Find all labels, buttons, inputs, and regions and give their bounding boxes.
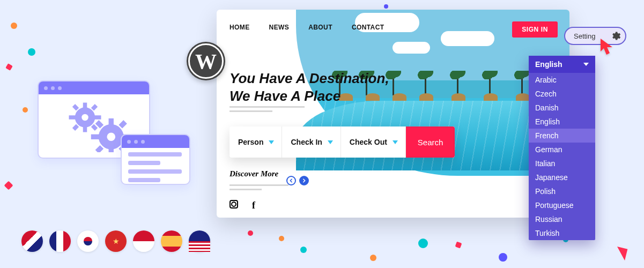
language-option-german[interactable]: German bbox=[529, 143, 595, 157]
language-option-french[interactable]: French bbox=[529, 129, 595, 143]
search-button[interactable]: Search bbox=[406, 126, 455, 158]
confetti-dot bbox=[28, 48, 35, 56]
language-option-portuguese[interactable]: Portuguese bbox=[529, 198, 595, 212]
language-option-english[interactable]: English bbox=[529, 115, 595, 129]
flag-usa-icon bbox=[189, 230, 210, 252]
decorative-window-lines bbox=[121, 134, 190, 185]
language-selected: English bbox=[535, 60, 562, 69]
language-option-russian[interactable]: Russian bbox=[529, 212, 595, 226]
language-option-czech[interactable]: Czech bbox=[529, 87, 595, 101]
svg-rect-2 bbox=[83, 103, 87, 110]
wordpress-logo-icon: W bbox=[187, 42, 225, 80]
carousel-prev-button[interactable] bbox=[286, 176, 296, 185]
nav-home[interactable]: HOME bbox=[230, 24, 250, 31]
confetti-dot bbox=[11, 23, 17, 29]
hero-headline: You Have A Destination, We Have A Place bbox=[230, 70, 389, 105]
chevron-down-icon bbox=[269, 140, 274, 144]
svg-rect-9 bbox=[72, 124, 79, 131]
hero-line2: We Have A Place bbox=[230, 87, 389, 105]
confetti-arrow bbox=[615, 247, 628, 260]
checkout-label: Check Out bbox=[350, 138, 387, 146]
language-option-italian[interactable]: Italian bbox=[529, 157, 595, 170]
confetti-dot bbox=[499, 253, 507, 262]
svg-rect-19 bbox=[95, 145, 103, 152]
chevron-down-icon bbox=[583, 63, 589, 66]
flag-uk-icon bbox=[21, 230, 43, 252]
svg-rect-14 bbox=[91, 135, 100, 139]
setting-label: Setting bbox=[574, 32, 595, 40]
flag-row bbox=[21, 230, 210, 252]
svg-rect-18 bbox=[119, 120, 127, 128]
confetti-dot bbox=[5, 63, 13, 71]
setting-button[interactable]: Setting bbox=[564, 27, 626, 45]
decorative-line bbox=[230, 106, 305, 108]
svg-rect-7 bbox=[91, 124, 98, 131]
carousel-next-button[interactable] bbox=[299, 176, 309, 185]
svg-rect-4 bbox=[69, 115, 76, 120]
instagram-icon[interactable] bbox=[230, 200, 238, 209]
confetti-dot bbox=[248, 230, 253, 236]
discover-more-label: Discover More bbox=[230, 169, 278, 178]
facebook-icon[interactable]: f bbox=[252, 200, 255, 211]
chevron-left-icon bbox=[289, 178, 293, 183]
checkout-select[interactable]: Check Out bbox=[341, 126, 406, 158]
confetti-dot bbox=[23, 107, 28, 113]
svg-rect-12 bbox=[109, 118, 114, 127]
nav-contact[interactable]: CONTACT bbox=[352, 24, 384, 31]
cursor-icon bbox=[599, 38, 616, 58]
flag-indonesia-icon bbox=[133, 230, 154, 252]
website-mockup: HOME NEWS ABOUT CONTACT SIGN IN You Have… bbox=[217, 10, 569, 218]
decorative-line bbox=[230, 184, 288, 186]
svg-point-1 bbox=[82, 114, 88, 121]
svg-rect-3 bbox=[83, 125, 87, 132]
decorative-line bbox=[230, 189, 262, 190]
confetti-dot bbox=[4, 181, 13, 190]
language-option-japanese[interactable]: Japanese bbox=[529, 170, 595, 184]
carousel-controls bbox=[286, 176, 309, 185]
hero-line1: You Have A Destination, bbox=[230, 70, 389, 87]
signin-button[interactable]: SIGN IN bbox=[512, 21, 558, 38]
confetti-dot bbox=[418, 239, 428, 248]
confetti-dot bbox=[370, 255, 376, 261]
nav-about[interactable]: ABOUT bbox=[308, 24, 332, 31]
social-icons: f bbox=[230, 200, 255, 211]
chevron-down-icon bbox=[328, 140, 333, 144]
flag-korea-icon bbox=[77, 230, 99, 252]
confetti-dot bbox=[384, 4, 388, 9]
top-nav: HOME NEWS ABOUT CONTACT bbox=[230, 24, 384, 31]
svg-rect-8 bbox=[91, 104, 98, 110]
chevron-right-icon bbox=[302, 178, 306, 183]
language-option-turkish[interactable]: Turkish bbox=[529, 226, 595, 240]
person-select[interactable]: Person bbox=[230, 126, 282, 158]
svg-point-11 bbox=[107, 132, 115, 141]
flag-china-icon bbox=[105, 230, 127, 252]
nav-news[interactable]: NEWS bbox=[269, 24, 290, 31]
person-label: Person bbox=[238, 138, 263, 146]
svg-rect-5 bbox=[94, 115, 101, 120]
language-dropdown[interactable]: English Arabic Czech Danish English Fren… bbox=[529, 56, 595, 240]
svg-rect-6 bbox=[72, 104, 79, 110]
flag-france-icon bbox=[49, 230, 71, 252]
language-dropdown-header[interactable]: English bbox=[529, 56, 595, 73]
decorative-line bbox=[230, 110, 272, 112]
confetti-dot bbox=[455, 242, 462, 249]
chevron-down-icon bbox=[393, 140, 398, 144]
confetti-dot bbox=[279, 236, 284, 241]
svg-rect-13 bbox=[109, 147, 114, 152]
search-form: Person Check In Check Out Search bbox=[230, 126, 455, 158]
checkin-select[interactable]: Check In bbox=[282, 126, 340, 158]
checkin-label: Check In bbox=[291, 138, 322, 146]
flag-spain-icon bbox=[161, 230, 182, 252]
language-option-danish[interactable]: Danish bbox=[529, 101, 595, 115]
language-option-arabic[interactable]: Arabic bbox=[529, 73, 595, 87]
confetti-dot bbox=[300, 247, 307, 253]
language-option-polish[interactable]: Polish bbox=[529, 184, 595, 198]
